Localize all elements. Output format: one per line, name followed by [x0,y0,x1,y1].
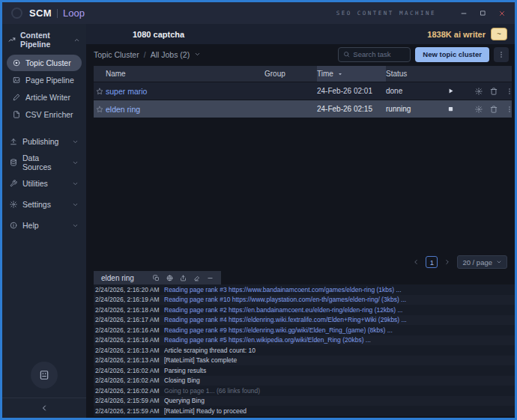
globe-icon[interactable] [166,275,173,281]
table-row-elden-ring[interactable]: elden ring24-Feb-26 02:15running [94,100,512,118]
page-size-select[interactable]: 20 / page [457,255,507,269]
column-header-name[interactable]: Name [106,70,264,78]
log-entry: 2/24/2026, 2:16:02 AMParsing results [94,365,515,376]
job-more-button[interactable] [506,106,513,113]
sidebar-section-publishing[interactable]: Publishing [2,131,86,152]
job-name-link[interactable]: elden ring [106,105,264,114]
breadcrumb-separator: / [144,50,146,59]
sidebar-section-data-sources[interactable]: Data Sources [2,152,86,173]
log-output[interactable]: 2/24/2026, 2:16:20 AMReading page rank #… [94,284,515,418]
sidebar-item-csv-enricher[interactable]: CSV Enricher [7,106,82,123]
log-timestamp: 2/24/2026, 2:16:20 AM [95,286,164,293]
page-pipeline-icon [13,76,20,84]
log-message: Reading page rank #3 https://www.bandain… [164,286,515,293]
search-icon [343,51,350,58]
log-message: Article scraping thread count: 10 [164,347,515,354]
log-entry: 2/24/2026, 2:15:59 AMQuerying Bing [94,396,515,407]
chevron-down-icon [194,51,201,58]
job-delete-button[interactable] [490,88,498,95]
log-entry: 2/24/2026, 2:16:13 AM[RateLimit] Task co… [94,356,515,366]
breadcrumb-current[interactable]: All Jobs (2) [151,50,190,59]
log-message: Reading page rank #10 https://www.playst… [164,296,515,303]
eraser-icon[interactable] [193,275,200,281]
brand-name: SCM [29,7,52,19]
sidebar-section-label: Settings [22,200,51,209]
credits-button[interactable]: ~ [491,28,507,40]
sidebar-item-label: Page Pipeline [25,76,74,85]
new-topic-cluster-button[interactable]: New topic cluster [415,47,489,62]
sidebar-item-label: Topic Cluster [25,58,71,67]
chevron-down-icon [72,180,79,187]
sidebar-section-help[interactable]: Help [2,215,86,236]
app-label: SEO CONTENT MACHINE [336,10,436,16]
next-page-button[interactable] [444,258,451,266]
article-writer-icon [13,94,20,101]
log-timestamp: 2/24/2026, 2:16:17 AM [95,316,164,323]
sidebar-section-label: Publishing [22,137,58,146]
job-delete-button[interactable] [490,106,498,113]
minimize-button[interactable] [460,10,468,17]
sidebar-item-topic-cluster[interactable]: Topic Cluster [7,55,82,71]
log-timestamp: 2/24/2026, 2:16:19 AM [95,296,164,303]
page-number[interactable]: 1 [426,256,438,268]
log-entry: 2/24/2026, 2:16:19 AMReading page rank #… [94,295,515,305]
log-message: Reading page rank #5 https://en.wikipedi… [164,336,515,344]
collapse-icon[interactable] [207,275,214,281]
log-entry: 2/24/2026, 2:16:02 AMGoing to page 1... … [94,386,515,396]
job-settings-button[interactable] [475,88,483,95]
log-entry: 2/24/2026, 2:16:16 AMReading page rank #… [94,335,515,346]
log-panel: elden ring 2/24/2026, 2:16:20 AMReading … [86,271,515,418]
toolbar-more-button[interactable] [494,47,509,62]
log-timestamp: 2/24/2026, 2:16:16 AM [95,326,164,334]
kebab-icon [498,51,505,58]
stop-icon[interactable] [429,106,471,112]
breadcrumb[interactable]: Topic Cluster / All Jobs (2) [94,50,201,59]
star-icon[interactable] [96,88,103,95]
sidebar-footer [2,362,86,418]
sidebar-section-settings[interactable]: Settings [2,194,86,215]
sidebar-pipeline-items: Topic ClusterPage PipelineArticle Writer… [2,54,86,124]
collapse-sidebar-button[interactable] [2,398,86,418]
breadcrumb-root[interactable]: Topic Cluster [94,50,139,59]
log-tab[interactable]: elden ring [94,271,221,284]
job-name-link[interactable]: super mario [106,87,264,96]
pagination: 1 20 / page [86,253,515,271]
log-entry: 2/24/2026, 2:16:13 AMArticle scraping th… [94,345,515,356]
job-more-button[interactable] [506,88,513,95]
help-icon [10,222,17,229]
log-message: Going to page 1... (66 links found) [164,387,515,395]
sidebar-section-label: Utilities [22,179,48,188]
chevron-up-icon [73,37,80,43]
brand-suffix: Loop [63,7,85,19]
search-task-box[interactable] [338,47,411,62]
column-header-time[interactable]: Time [317,66,386,82]
job-time: 24-Feb-26 02:15 [317,105,386,113]
sidebar-item-label: Article Writer [25,93,70,102]
sidebar-section-utilities[interactable]: Utilities [2,173,86,194]
sidebar-section-content-pipeline[interactable]: Content Pipeline [2,24,86,54]
maximize-button[interactable] [480,10,486,16]
retro-computer-icon [39,370,49,380]
export-icon[interactable] [180,275,187,281]
gear-icon [10,201,17,208]
column-header-status[interactable]: Status [386,70,429,78]
copy-icon[interactable] [153,275,160,281]
star-icon[interactable] [96,106,103,113]
sidebar-item-article-writer[interactable]: Article Writer [7,89,82,106]
log-timestamp: 2/24/2026, 2:16:02 AM [95,367,164,374]
log-timestamp: 2/24/2026, 2:16:18 AM [95,306,164,314]
table-row-super-mario[interactable]: super mario24-Feb-26 02:01done [94,82,512,100]
log-message: [RateLimit] Task complete [164,356,515,364]
close-button[interactable] [498,10,506,17]
credits-label: 1838K ai writer [427,30,486,39]
column-header-group[interactable]: Group [264,70,317,78]
prev-page-button[interactable] [412,258,420,266]
log-timestamp: 2/24/2026, 2:16:02 AM [95,387,164,395]
search-input[interactable] [353,50,405,58]
play-icon[interactable] [429,88,471,94]
sidebar-item-page-pipeline[interactable]: Page Pipeline [7,72,82,88]
assistant-button[interactable] [31,362,58,389]
log-timestamp: 2/24/2026, 2:16:16 AM [95,336,164,344]
job-settings-button[interactable] [475,106,483,113]
log-timestamp: 2/24/2026, 2:15:59 AM [95,397,164,404]
